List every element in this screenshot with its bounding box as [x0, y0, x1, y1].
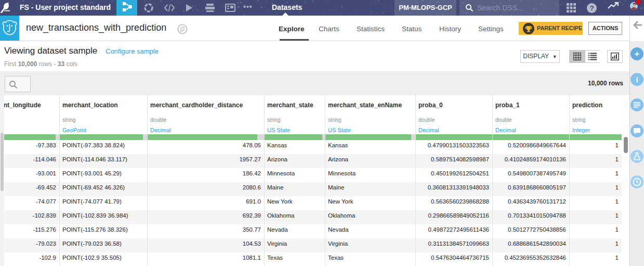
- svg-text:i: i: [636, 75, 638, 84]
- svg-text:+: +: [635, 49, 640, 59]
